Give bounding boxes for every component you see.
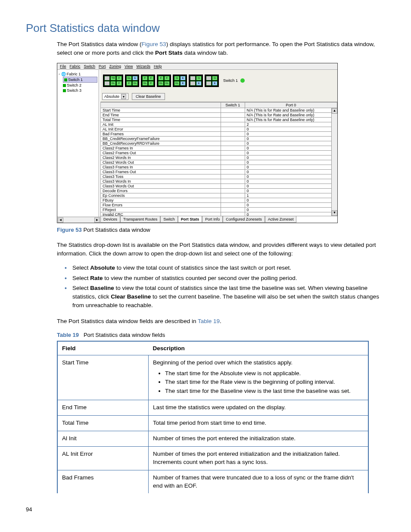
text: data window tab. [183,50,228,56]
menu-item[interactable]: View [125,64,133,68]
table-row: Invalid CRC0 [101,212,337,216]
page-number: 94 [26,506,385,513]
table-row: AL Init ErrorNumber of times the port en… [57,446,368,470]
table-row: Total TimeN/A (This is for Rate and Base… [101,118,337,122]
table-row: End TimeLast time the statistics were up… [57,400,368,416]
list-item: Select Absolute to view the total count … [65,264,385,272]
field-description-table: FieldDescriptionStart TimeBeginning of t… [57,341,369,494]
col-header: Port 0 [245,103,337,108]
data-tab[interactable]: Switch [160,216,178,223]
tree-item[interactable]: Switch 1 [63,77,97,83]
switch-label: Switch 1 [223,78,238,83]
table-row: Bad Frames0 [101,132,337,137]
figure-53-caption: Figure 53 Port Statistics data window [57,227,385,233]
paragraph-3: The Port Statistics data window fields a… [57,317,385,326]
switch-icon [63,89,66,92]
port-row: TRFGLF GLEFGL FFGLF FFGLGL GEGLE GE GE S… [100,70,337,91]
list-item: The start time for the Rate view is the … [165,378,364,386]
table-row: Start TimeBeginning of the period over w… [57,355,368,400]
table-row: FBusy0 [101,198,337,203]
data-tab[interactable]: Transparent Routes [120,216,160,223]
menu-item[interactable]: Fabric [70,64,81,68]
tree-item[interactable]: Switch 2 [63,83,97,88]
table-row: Ep Connects1 [101,193,337,198]
table-19-caption: Table 19 Port Statistics data window fie… [57,332,385,338]
stats-table-wrap: Switch 1Port 0Start TimeN/A (This is for… [100,102,337,216]
table-row: AL Init Error0 [101,127,337,132]
menu-item[interactable]: Port [99,64,106,68]
table-row: Bad FramesNumber of frames that were tru… [57,470,368,493]
menu-item[interactable]: Switch [84,64,96,68]
scrollbar-v[interactable]: ▲▼ [331,108,337,216]
paragraph-2: The Statistics drop-down list is availab… [57,241,385,258]
control-row: Absolute▼ Clear Baseline [100,91,337,102]
table-row: Class3 Words In0 [101,179,337,184]
table-row: Class2 Frames In0 [101,146,337,151]
page-title: Port Statistics data window [26,22,385,35]
options-list: Select Absolute to view the total count … [65,264,385,309]
table-row: AL Init2 [101,122,337,127]
list-item: Select Rate to view the number of statis… [65,274,385,283]
table-row: Class3 Frames Out0 [101,170,337,174]
col-header: Switch 1 [221,103,245,108]
port-stats-bold: Port Stats [155,50,183,56]
stats-table: Switch 1Port 0Start TimeN/A (This is for… [100,102,337,216]
table-row: Al InitNumber of times the port entered … [57,431,368,446]
switch-icon [64,78,67,81]
col-header: Field [57,341,149,355]
table-row: End TimeN/A (This is for Rate and Baseli… [101,113,337,118]
list-item: The start time for the Baseline view is … [165,387,364,395]
table-row: Class3 Frames In0 [101,165,337,170]
menubar: FileFabricSwitchPortZoningViewWizardsHel… [57,63,337,70]
tree-item[interactable]: Switch 3 [63,88,97,93]
intro-paragraph: The Port Statistics data window (Figure … [57,40,385,57]
text: The Port Statistics data window ( [57,41,142,47]
screenshot-figure: FileFabricSwitchPortZoningViewWizardsHel… [57,63,338,223]
stats-mode-dropdown[interactable]: Absolute▼ [102,93,128,100]
switch-icon [63,84,66,87]
menu-item[interactable]: File [60,64,66,68]
menu-item[interactable]: Zoning [109,64,121,68]
list-item: The start time for the Absolute view is … [165,370,364,378]
list-item: Select Baseline to view the total count … [65,284,385,309]
data-tab[interactable]: Port Info [202,216,223,223]
fabric-tree: ◦ 🌐Fabric 1 Switch 1Switch 2Switch 3 [57,70,99,217]
data-tab[interactable]: Active Zoneset [265,216,297,223]
tree-scrollbar-h[interactable]: ◄► [57,217,100,223]
data-window-tabs: DevicesTransparent RoutesSwitchPort Stat… [100,216,337,223]
table-row: Start TimeN/A (This is for Rate and Base… [101,108,337,113]
table-row: BB_CreditRecoveryFrameFailure0 [101,137,337,141]
col-header: Description [149,341,369,355]
menu-item[interactable]: Help [154,64,162,68]
table-row: Flow Errors0 [101,203,337,208]
table-row: Class2 Words Out0 [101,160,337,165]
table-19-link[interactable]: Table 19 [198,318,220,324]
status-dot-icon [240,78,245,83]
table-row: Class3 Words Out0 [101,184,337,189]
clear-baseline-button[interactable]: Clear Baseline [132,93,165,100]
table-row: Class2 Frames Out0 [101,151,337,156]
table-row: FReject0 [101,208,337,212]
menu-item[interactable]: Wizards [136,64,150,68]
table-row: Class3 Toss0 [101,174,337,179]
table-row: Decode Errors0 [101,189,337,193]
table-row: BB_CreditRecoveryRRDYFailure0 [101,141,337,146]
table-row: Total TimeTotal time period from start t… [57,416,368,431]
data-tab[interactable]: Configured Zonesets [223,216,265,223]
table-row: Class2 Words In0 [101,156,337,160]
chevron-down-icon: ▼ [121,94,126,99]
tree-root[interactable]: ◦ 🌐Fabric 1 [59,72,97,77]
data-tab[interactable]: Port Stats [178,216,202,223]
figure-53-link[interactable]: Figure 53 [142,41,166,47]
col-header [101,103,221,108]
data-tab[interactable]: Devices [100,216,120,223]
